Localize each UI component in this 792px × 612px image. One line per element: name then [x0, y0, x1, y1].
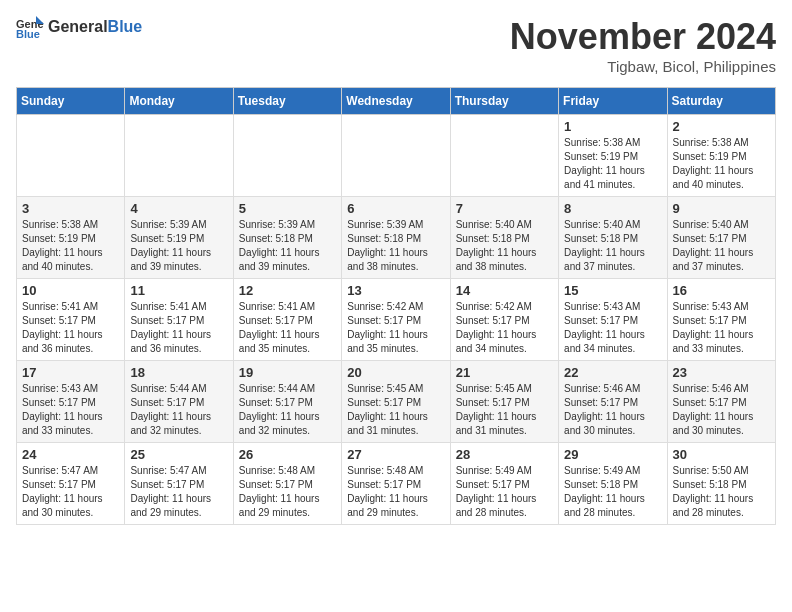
- day-info: Sunrise: 5:47 AMSunset: 5:17 PMDaylight:…: [130, 464, 227, 520]
- day-number: 2: [673, 119, 770, 134]
- calendar-cell: 24Sunrise: 5:47 AMSunset: 5:17 PMDayligh…: [17, 443, 125, 525]
- location-title: Tigbaw, Bicol, Philippines: [510, 58, 776, 75]
- day-info: Sunrise: 5:39 AMSunset: 5:18 PMDaylight:…: [347, 218, 444, 274]
- calendar-cell: 3Sunrise: 5:38 AMSunset: 5:19 PMDaylight…: [17, 197, 125, 279]
- calendar-cell: [17, 115, 125, 197]
- svg-text:Blue: Blue: [16, 28, 40, 38]
- calendar-cell: 7Sunrise: 5:40 AMSunset: 5:18 PMDaylight…: [450, 197, 558, 279]
- day-info: Sunrise: 5:41 AMSunset: 5:17 PMDaylight:…: [22, 300, 119, 356]
- day-info: Sunrise: 5:41 AMSunset: 5:17 PMDaylight:…: [239, 300, 336, 356]
- month-title: November 2024: [510, 16, 776, 58]
- calendar-cell: [233, 115, 341, 197]
- calendar-cell: 10Sunrise: 5:41 AMSunset: 5:17 PMDayligh…: [17, 279, 125, 361]
- calendar-cell: 13Sunrise: 5:42 AMSunset: 5:17 PMDayligh…: [342, 279, 450, 361]
- calendar-cell: 2Sunrise: 5:38 AMSunset: 5:19 PMDaylight…: [667, 115, 775, 197]
- day-info: Sunrise: 5:43 AMSunset: 5:17 PMDaylight:…: [564, 300, 661, 356]
- day-info: Sunrise: 5:41 AMSunset: 5:17 PMDaylight:…: [130, 300, 227, 356]
- day-info: Sunrise: 5:48 AMSunset: 5:17 PMDaylight:…: [347, 464, 444, 520]
- calendar-week-row: 17Sunrise: 5:43 AMSunset: 5:17 PMDayligh…: [17, 361, 776, 443]
- calendar-cell: 17Sunrise: 5:43 AMSunset: 5:17 PMDayligh…: [17, 361, 125, 443]
- weekday-header-cell: Wednesday: [342, 88, 450, 115]
- day-number: 19: [239, 365, 336, 380]
- logo: General Blue GeneralBlue: [16, 16, 142, 38]
- day-number: 20: [347, 365, 444, 380]
- calendar-table: SundayMondayTuesdayWednesdayThursdayFrid…: [16, 87, 776, 525]
- day-number: 21: [456, 365, 553, 380]
- weekday-header-cell: Tuesday: [233, 88, 341, 115]
- day-number: 10: [22, 283, 119, 298]
- day-info: Sunrise: 5:50 AMSunset: 5:18 PMDaylight:…: [673, 464, 770, 520]
- logo-general: General: [48, 18, 108, 35]
- day-info: Sunrise: 5:47 AMSunset: 5:17 PMDaylight:…: [22, 464, 119, 520]
- day-info: Sunrise: 5:46 AMSunset: 5:17 PMDaylight:…: [564, 382, 661, 438]
- calendar-cell: 8Sunrise: 5:40 AMSunset: 5:18 PMDaylight…: [559, 197, 667, 279]
- day-info: Sunrise: 5:38 AMSunset: 5:19 PMDaylight:…: [22, 218, 119, 274]
- calendar-cell: 6Sunrise: 5:39 AMSunset: 5:18 PMDaylight…: [342, 197, 450, 279]
- calendar-week-row: 24Sunrise: 5:47 AMSunset: 5:17 PMDayligh…: [17, 443, 776, 525]
- day-info: Sunrise: 5:44 AMSunset: 5:17 PMDaylight:…: [239, 382, 336, 438]
- calendar-cell: 25Sunrise: 5:47 AMSunset: 5:17 PMDayligh…: [125, 443, 233, 525]
- calendar-cell: 23Sunrise: 5:46 AMSunset: 5:17 PMDayligh…: [667, 361, 775, 443]
- day-number: 26: [239, 447, 336, 462]
- calendar-cell: 14Sunrise: 5:42 AMSunset: 5:17 PMDayligh…: [450, 279, 558, 361]
- title-area: November 2024 Tigbaw, Bicol, Philippines: [510, 16, 776, 75]
- calendar-body: 1Sunrise: 5:38 AMSunset: 5:19 PMDaylight…: [17, 115, 776, 525]
- day-info: Sunrise: 5:45 AMSunset: 5:17 PMDaylight:…: [456, 382, 553, 438]
- calendar-cell: 9Sunrise: 5:40 AMSunset: 5:17 PMDaylight…: [667, 197, 775, 279]
- calendar-cell: 28Sunrise: 5:49 AMSunset: 5:17 PMDayligh…: [450, 443, 558, 525]
- day-info: Sunrise: 5:44 AMSunset: 5:17 PMDaylight:…: [130, 382, 227, 438]
- weekday-header-cell: Sunday: [17, 88, 125, 115]
- day-number: 8: [564, 201, 661, 216]
- day-number: 24: [22, 447, 119, 462]
- day-number: 16: [673, 283, 770, 298]
- day-number: 27: [347, 447, 444, 462]
- weekday-header-cell: Friday: [559, 88, 667, 115]
- day-info: Sunrise: 5:42 AMSunset: 5:17 PMDaylight:…: [456, 300, 553, 356]
- day-number: 3: [22, 201, 119, 216]
- weekday-header-row: SundayMondayTuesdayWednesdayThursdayFrid…: [17, 88, 776, 115]
- day-number: 13: [347, 283, 444, 298]
- day-number: 4: [130, 201, 227, 216]
- day-info: Sunrise: 5:42 AMSunset: 5:17 PMDaylight:…: [347, 300, 444, 356]
- calendar-cell: 26Sunrise: 5:48 AMSunset: 5:17 PMDayligh…: [233, 443, 341, 525]
- calendar-cell: 27Sunrise: 5:48 AMSunset: 5:17 PMDayligh…: [342, 443, 450, 525]
- weekday-header-cell: Thursday: [450, 88, 558, 115]
- day-info: Sunrise: 5:40 AMSunset: 5:17 PMDaylight:…: [673, 218, 770, 274]
- calendar-cell: 20Sunrise: 5:45 AMSunset: 5:17 PMDayligh…: [342, 361, 450, 443]
- calendar-cell: [342, 115, 450, 197]
- weekday-header-cell: Monday: [125, 88, 233, 115]
- calendar-week-row: 10Sunrise: 5:41 AMSunset: 5:17 PMDayligh…: [17, 279, 776, 361]
- calendar-cell: 5Sunrise: 5:39 AMSunset: 5:18 PMDaylight…: [233, 197, 341, 279]
- day-info: Sunrise: 5:40 AMSunset: 5:18 PMDaylight:…: [456, 218, 553, 274]
- day-info: Sunrise: 5:46 AMSunset: 5:17 PMDaylight:…: [673, 382, 770, 438]
- calendar-cell: [450, 115, 558, 197]
- day-number: 11: [130, 283, 227, 298]
- day-info: Sunrise: 5:48 AMSunset: 5:17 PMDaylight:…: [239, 464, 336, 520]
- calendar-cell: 18Sunrise: 5:44 AMSunset: 5:17 PMDayligh…: [125, 361, 233, 443]
- calendar-cell: 29Sunrise: 5:49 AMSunset: 5:18 PMDayligh…: [559, 443, 667, 525]
- header: General Blue GeneralBlue November 2024 T…: [16, 16, 776, 75]
- day-info: Sunrise: 5:38 AMSunset: 5:19 PMDaylight:…: [673, 136, 770, 192]
- day-number: 22: [564, 365, 661, 380]
- day-number: 5: [239, 201, 336, 216]
- calendar-cell: [125, 115, 233, 197]
- day-info: Sunrise: 5:38 AMSunset: 5:19 PMDaylight:…: [564, 136, 661, 192]
- day-info: Sunrise: 5:43 AMSunset: 5:17 PMDaylight:…: [673, 300, 770, 356]
- calendar-cell: 1Sunrise: 5:38 AMSunset: 5:19 PMDaylight…: [559, 115, 667, 197]
- day-info: Sunrise: 5:45 AMSunset: 5:17 PMDaylight:…: [347, 382, 444, 438]
- logo-blue: Blue: [108, 18, 143, 35]
- day-number: 7: [456, 201, 553, 216]
- calendar-cell: 16Sunrise: 5:43 AMSunset: 5:17 PMDayligh…: [667, 279, 775, 361]
- logo-svg: General Blue: [16, 16, 44, 38]
- day-number: 30: [673, 447, 770, 462]
- day-info: Sunrise: 5:40 AMSunset: 5:18 PMDaylight:…: [564, 218, 661, 274]
- day-number: 15: [564, 283, 661, 298]
- day-number: 12: [239, 283, 336, 298]
- day-number: 29: [564, 447, 661, 462]
- calendar-cell: 30Sunrise: 5:50 AMSunset: 5:18 PMDayligh…: [667, 443, 775, 525]
- day-info: Sunrise: 5:49 AMSunset: 5:18 PMDaylight:…: [564, 464, 661, 520]
- day-number: 9: [673, 201, 770, 216]
- day-number: 25: [130, 447, 227, 462]
- day-number: 23: [673, 365, 770, 380]
- day-number: 28: [456, 447, 553, 462]
